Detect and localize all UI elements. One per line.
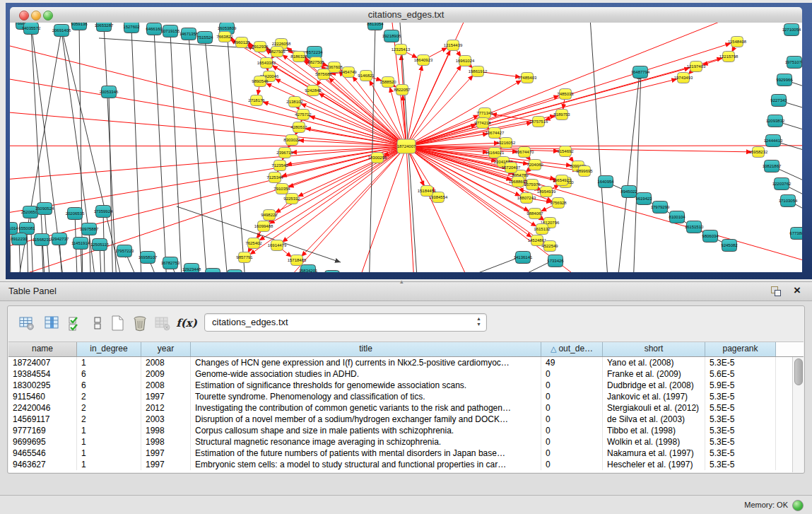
graph-node[interactable]: 16151510	[685, 221, 704, 233]
table-cell[interactable]: Hescheler et al. (1997)	[603, 459, 705, 470]
row-height-icon[interactable]	[87, 312, 108, 334]
graph-node[interactable]: 8822057	[394, 85, 411, 95]
table-cell[interactable]: 1	[77, 357, 141, 368]
graph-node[interactable]: 4280517	[290, 122, 307, 133]
graph-node[interactable]: 7625402	[245, 238, 262, 249]
table-cell[interactable]: 2	[77, 391, 141, 402]
column-header-year[interactable]: year	[141, 342, 191, 356]
graph-node[interactable]: 9245082	[721, 240, 738, 252]
table-cell[interactable]: 2008	[141, 357, 191, 368]
table-cell[interactable]: 0	[541, 368, 603, 380]
table-cell[interactable]: 5.3E-5	[705, 448, 776, 459]
graph-node[interactable]: 9806034	[702, 230, 719, 243]
graph-node[interactable]: 7204060	[526, 160, 543, 170]
table-cell[interactable]: 22420046	[8, 402, 77, 414]
graph-node[interactable]: 9059136	[71, 23, 88, 30]
vertical-scrollbar[interactable]	[792, 357, 804, 472]
graph-node[interactable]: 12215798	[719, 52, 739, 62]
graph-node[interactable]: 8189753	[553, 110, 570, 120]
table-cell[interactable]: Embryonic stem cells: a model to study s…	[191, 459, 541, 470]
table-cell[interactable]: 0	[541, 425, 603, 436]
column-header-out_de[interactable]: △out_de…	[541, 342, 603, 356]
graph-node[interactable]: 15958232	[749, 147, 768, 158]
table-cell[interactable]: 9777169	[8, 425, 77, 436]
table-cell[interactable]: Structural magnetic resonance image aver…	[191, 436, 541, 448]
table-cell[interactable]: Corpus callosum shape and size in male p…	[191, 425, 541, 436]
table-settings-icon[interactable]	[16, 312, 37, 334]
graph-node[interactable]: 12197403	[687, 62, 706, 72]
table-cell[interactable]: Jankovic et al. (1997)	[603, 391, 705, 402]
table-cell[interactable]: 1998	[141, 425, 191, 436]
graph-node[interactable]: 12923448	[182, 264, 201, 273]
table-cell[interactable]: 5.3E-5	[705, 459, 776, 470]
graph-node[interactable]: 7910354	[273, 184, 290, 194]
float-panel-icon[interactable]	[771, 286, 781, 296]
graph-node[interactable]: 8454749	[340, 67, 357, 78]
graph-node[interactable]: 11548408	[728, 37, 747, 47]
graph-node[interactable]: 7485033	[557, 89, 574, 100]
graph-node[interactable]: 8960128	[233, 37, 250, 48]
graph-node[interactable]: 4522549	[541, 241, 558, 252]
graph-node[interactable]: 16961024	[456, 56, 475, 66]
table-cell[interactable]: 5.5E-5	[705, 402, 776, 414]
table-cell[interactable]: Changes of HCN gene expression and I(f) …	[191, 357, 541, 368]
graph-node[interactable]: 9861014	[10, 223, 18, 235]
table-cell[interactable]: Tibbo et al. (1998)	[603, 425, 705, 436]
graph-node[interactable]: 4275712	[295, 110, 312, 120]
trash-icon[interactable]	[129, 312, 151, 334]
citation-network-graph[interactable]: 7668771140355722069140690591361065328715…	[10, 23, 802, 272]
table-cell[interactable]: 1	[77, 425, 141, 436]
graph-node[interactable]: 7125344	[266, 173, 283, 183]
table-cell[interactable]: 14569117	[8, 414, 77, 425]
graph-node[interactable]: 9154692	[557, 146, 574, 157]
table-cell[interactable]: 9699695	[8, 436, 77, 448]
graph-node[interactable]: 9756928	[550, 198, 567, 209]
table-row[interactable]: 2242004622012Investigating the contribut…	[8, 402, 804, 414]
graph-node[interactable]: 16782753	[161, 257, 180, 269]
graph-node[interactable]: 2396713	[276, 148, 293, 158]
new-document-icon[interactable]	[107, 312, 128, 334]
table-row[interactable]: 1456911722003Disruption of a novel membe…	[8, 414, 804, 425]
table-cell[interactable]: 1997	[141, 459, 191, 470]
graph-node[interactable]: 1733426	[547, 255, 564, 267]
graph-node[interactable]: 12093832	[766, 115, 785, 127]
column-header-short[interactable]: short	[603, 342, 705, 356]
graph-node[interactable]: 17103054	[779, 195, 798, 207]
graph-node[interactable]: 18724007	[397, 139, 416, 153]
table-cell[interactable]: Genome-wide association studies in ADHD.	[191, 368, 541, 380]
graph-node[interactable]: 1527602	[123, 23, 140, 33]
graph-node[interactable]: 9899695	[576, 166, 593, 177]
graph-node[interactable]: 9505135	[226, 270, 243, 273]
graph-node[interactable]: 16958107	[139, 252, 158, 264]
graph-node[interactable]: 12710054	[782, 24, 801, 36]
graph-node[interactable]: 9929966	[776, 74, 793, 86]
graph-node[interactable]: 19218906	[382, 30, 401, 42]
table-cell[interactable]: 5.9E-5	[705, 380, 776, 391]
graph-node[interactable]: 17359924	[94, 206, 113, 218]
table-cell[interactable]: 5.3E-5	[705, 391, 776, 402]
select-checkbox-icon[interactable]	[65, 312, 86, 334]
table-cell[interactable]: de Silva et al. (2003)	[603, 414, 705, 425]
graph-node[interactable]: 8572234	[306, 47, 323, 59]
close-panel-icon[interactable]: ×	[794, 284, 801, 298]
table-cell[interactable]: 18724007	[8, 357, 77, 368]
table-cell[interactable]: 0	[541, 414, 603, 425]
table-cell[interactable]: 1	[77, 436, 141, 448]
graph-node[interactable]: 12154439	[444, 40, 463, 51]
graph-node[interactable]: 14671358	[180, 28, 199, 40]
choose-columns-icon[interactable]	[42, 312, 63, 334]
table-cell[interactable]: 0	[541, 380, 603, 391]
graph-node[interactable]: 10653287	[95, 23, 114, 32]
graph-node[interactable]: 7515524	[196, 32, 213, 44]
table-cell[interactable]: 1997	[141, 448, 191, 459]
graph-node[interactable]: 20691406	[52, 25, 71, 37]
table-cell[interactable]: 2012	[141, 402, 191, 414]
table-cell[interactable]: 2008	[141, 380, 191, 391]
graph-node[interactable]: 12505115	[90, 239, 110, 251]
table-cell[interactable]: 1	[77, 448, 141, 459]
table-cell[interactable]: 9115460	[8, 391, 77, 402]
table-cell[interactable]: 2	[77, 414, 141, 425]
graph-node[interactable]: 7771341	[476, 108, 493, 119]
graph-node[interactable]: 17957223	[115, 245, 134, 257]
table-cell[interactable]: Estimation of significance thresholds fo…	[191, 380, 541, 391]
